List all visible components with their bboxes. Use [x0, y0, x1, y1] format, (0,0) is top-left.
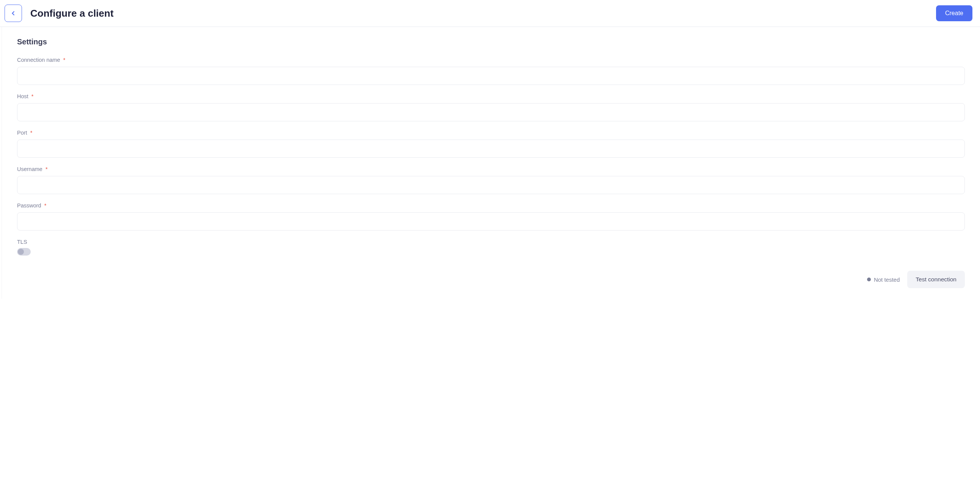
status-text: Not tested	[874, 276, 900, 283]
status-dot-icon	[867, 278, 871, 281]
password-input[interactable]	[17, 212, 965, 231]
port-input[interactable]	[17, 140, 965, 158]
connection-name-label: Connection name *	[17, 57, 965, 63]
chevron-left-icon	[10, 10, 17, 17]
connection-name-group: Connection name *	[17, 57, 965, 85]
required-asterisk: *	[46, 166, 48, 172]
required-asterisk: *	[45, 203, 47, 209]
tls-group: TLS	[17, 239, 965, 255]
connection-name-input[interactable]	[17, 67, 965, 85]
host-label: Host *	[17, 93, 965, 99]
tls-label: TLS	[17, 239, 965, 245]
required-asterisk: *	[32, 93, 34, 99]
tls-toggle[interactable]	[17, 248, 31, 255]
create-button[interactable]: Create	[936, 5, 972, 21]
host-group: Host *	[17, 93, 965, 121]
port-label: Port *	[17, 130, 965, 136]
section-title: Settings	[17, 38, 965, 46]
required-asterisk: *	[30, 130, 33, 136]
header-left: Configure a client	[5, 5, 114, 22]
username-group: Username *	[17, 166, 965, 194]
password-group: Password *	[17, 203, 965, 231]
port-group: Port *	[17, 130, 965, 158]
username-label: Username *	[17, 166, 965, 172]
footer-row: Not tested Test connection	[17, 267, 965, 288]
toggle-knob	[18, 249, 24, 255]
connection-status: Not tested	[867, 276, 900, 283]
settings-panel: Settings Connection name * Host * Port *…	[2, 27, 980, 299]
test-connection-button[interactable]: Test connection	[907, 271, 965, 288]
password-label: Password *	[17, 203, 965, 209]
required-asterisk: *	[63, 57, 65, 63]
page-title: Configure a client	[30, 8, 114, 19]
host-input[interactable]	[17, 103, 965, 121]
page-header: Configure a client Create	[0, 0, 980, 27]
back-button[interactable]	[5, 5, 22, 22]
username-input[interactable]	[17, 176, 965, 194]
